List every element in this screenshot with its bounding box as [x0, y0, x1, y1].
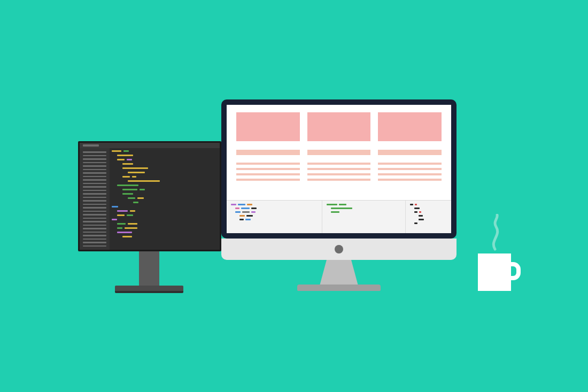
- code-line: [414, 211, 447, 213]
- card-text-line: [378, 173, 442, 175]
- code-token: [122, 163, 133, 165]
- code-line: [410, 204, 447, 205]
- code-token: [414, 207, 420, 209]
- coffee-mug-icon: [478, 253, 511, 291]
- code-token: [414, 222, 417, 224]
- code-line: [327, 204, 401, 205]
- sidebar-line: [83, 239, 106, 240]
- code-token: [123, 150, 129, 152]
- code-token: [117, 159, 125, 160]
- sidebar-line: [83, 190, 106, 191]
- card-text-line: [307, 163, 371, 165]
- code-token: [112, 150, 121, 152]
- code-token: [128, 180, 160, 182]
- code-line: [112, 150, 216, 152]
- code-token: [339, 204, 346, 205]
- design-preview-monitor: [221, 99, 457, 239]
- code-token: [414, 211, 417, 213]
- code-line: [128, 197, 216, 199]
- code-line: [414, 222, 447, 224]
- code-token: [231, 204, 236, 205]
- code-token: [415, 204, 417, 205]
- code-line: [235, 207, 318, 209]
- layout-cards-row: [227, 105, 451, 184]
- code-token: [245, 219, 251, 220]
- code-line: [414, 207, 447, 209]
- code-line: [112, 206, 216, 207]
- card-image-block: [236, 112, 300, 141]
- code-token: [410, 204, 413, 205]
- code-token: [117, 232, 132, 233]
- card-title-line: [307, 150, 371, 155]
- code-line: [112, 219, 216, 220]
- code-line: [128, 172, 216, 173]
- code-token: [117, 214, 125, 216]
- dark-monitor-stand-neck: [139, 251, 159, 286]
- code-line: [231, 204, 318, 205]
- code-line: [239, 219, 318, 220]
- card-title-line: [378, 150, 442, 155]
- card-text-line: [378, 163, 442, 165]
- code-token: [112, 206, 118, 207]
- code-token: [247, 204, 252, 205]
- sidebar-line: [83, 207, 106, 209]
- sidebar-line: [83, 165, 106, 167]
- card-text-line: [236, 179, 300, 181]
- code-token: [419, 219, 424, 220]
- code-token: [112, 219, 117, 220]
- sidebar-line: [83, 193, 106, 195]
- sidebar-line: [83, 204, 106, 205]
- code-line: [122, 163, 216, 165]
- sidebar-line: [83, 218, 106, 219]
- code-token: [241, 207, 250, 209]
- code-token: [117, 185, 138, 186]
- sidebar-line: [83, 151, 106, 153]
- sidebar-line: [83, 162, 106, 164]
- sidebar-line: [83, 200, 106, 202]
- code-line: [122, 189, 216, 190]
- code-token: [419, 211, 421, 213]
- imac-stand-base: [297, 285, 381, 291]
- devtools-panel: [227, 200, 451, 233]
- code-token: [122, 236, 132, 237]
- code-token: [238, 204, 245, 205]
- code-token: [419, 215, 423, 217]
- code-token: [132, 176, 136, 178]
- code-token: [122, 176, 130, 178]
- code-token: [128, 223, 137, 225]
- code-token: [128, 172, 145, 173]
- code-line: [117, 159, 216, 160]
- code-line: [117, 155, 216, 156]
- card-text-line: [378, 179, 442, 181]
- sidebar-line: [83, 235, 106, 236]
- imac-chin: [221, 239, 457, 260]
- code-token: [331, 211, 339, 213]
- card-image-block: [378, 112, 442, 141]
- code-token: [127, 159, 132, 160]
- code-token: [140, 189, 145, 190]
- code-line: [122, 193, 216, 195]
- layout-card: [307, 112, 371, 181]
- code-line: [117, 185, 216, 186]
- sidebar-line: [83, 225, 106, 226]
- devtools-html-pane: [227, 201, 322, 233]
- coffee-steam-icon: [485, 214, 507, 251]
- card-title-line: [236, 150, 300, 155]
- sidebar-line: [83, 228, 106, 229]
- code-token: [117, 210, 128, 212]
- code-line: [117, 210, 216, 212]
- code-line: [122, 167, 216, 169]
- editor-code-area: [112, 150, 216, 237]
- code-line: [331, 211, 401, 213]
- imac-stand-neck: [320, 260, 358, 286]
- code-token: [251, 207, 257, 209]
- card-text-line: [236, 173, 300, 175]
- layout-card: [236, 112, 300, 181]
- sidebar-line: [83, 214, 106, 216]
- code-line: [117, 214, 216, 216]
- sidebar-line: [83, 183, 106, 185]
- coffee-mug-handle: [507, 262, 521, 280]
- code-token: [130, 210, 135, 212]
- sidebar-line: [83, 172, 106, 174]
- power-button-icon: [335, 245, 343, 253]
